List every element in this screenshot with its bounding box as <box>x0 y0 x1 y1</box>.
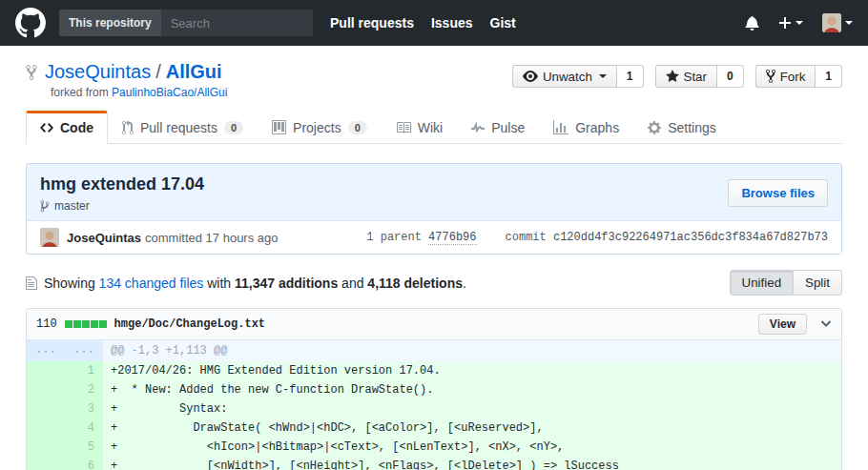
git-branch-icon <box>40 199 50 213</box>
diff-line-row: 5+ <hIcon>|<hBitmap>|<cText>, [<nLenText… <box>27 438 841 457</box>
diff-line-row: 4+ DrawState( <hWnd>|<hDC>, [<aColor>], … <box>27 419 841 438</box>
diff-line-row: 1+2017/04/26: HMG Extended Edition versi… <box>27 361 841 380</box>
old-line-number[interactable] <box>27 438 65 457</box>
repo-name-link[interactable]: AllGui <box>166 61 222 83</box>
repo-forked-icon <box>766 69 775 84</box>
forked-from-link[interactable]: PaulinhoBiaCao/AllGui <box>112 86 227 99</box>
commit-banner: hmg extended 17.04 master Browse files <box>27 164 841 220</box>
code-icon <box>40 120 53 135</box>
old-line-number[interactable] <box>27 457 65 470</box>
plus-icon <box>778 15 792 31</box>
repo-owner-link[interactable]: JoseQuintas <box>45 61 151 83</box>
watchers-count[interactable]: 1 <box>617 65 644 88</box>
new-line-number[interactable]: 2 <box>65 380 103 399</box>
forked-from-label: forked from <box>51 86 109 99</box>
nav-pull-requests[interactable]: Pull requests <box>330 15 414 31</box>
diffstat-block <box>82 320 90 328</box>
diff-table: ......@@ -1,3 +1,113 @@1+2017/04/26: HMG… <box>27 340 841 470</box>
new-line-number[interactable]: 1 <box>65 361 103 380</box>
tab-code[interactable]: Code <box>26 111 108 144</box>
changes-count: 110 <box>36 317 57 331</box>
deletions-count: 4,118 deletions <box>367 276 463 291</box>
parent-info: 1 parent 4776b96 <box>366 231 476 244</box>
committed-text: committed 17 hours ago <box>145 231 278 245</box>
notifications-button[interactable] <box>745 15 759 31</box>
stargazers-count[interactable]: 0 <box>717 65 744 88</box>
new-line-number[interactable]: 3 <box>65 399 103 419</box>
header-right <box>745 13 853 32</box>
tab-counter: 0 <box>348 121 367 134</box>
diffstat <box>65 320 107 328</box>
gear-icon <box>648 120 661 135</box>
forked-from: forked from PaulinhoBiaCao/AllGui <box>51 86 227 99</box>
search-input[interactable] <box>161 10 313 36</box>
old-line-number[interactable] <box>27 361 65 380</box>
fork-label: Fork <box>780 70 806 84</box>
commit-author-link[interactable]: JoseQuintas <box>67 231 141 245</box>
user-avatar <box>822 13 841 32</box>
diff-view-toggle: Unified Split <box>730 270 842 296</box>
commit-info: commit c120dd4f3c92264971ac356dc3f834a67… <box>506 231 828 244</box>
parent-sha-link[interactable]: 4776b96 <box>428 231 476 245</box>
old-line-number[interactable] <box>27 380 65 399</box>
octocat-icon <box>15 8 46 38</box>
user-menu-button[interactable] <box>822 13 853 32</box>
view-file-button[interactable]: View <box>758 314 807 335</box>
tab-wiki[interactable]: Wiki <box>382 111 457 144</box>
bell-icon <box>745 15 759 31</box>
tab-settings[interactable]: Settings <box>633 111 731 144</box>
repo-slash: / <box>155 61 161 83</box>
diff-line-text: +2017/04/26: HMG Extended Edition versio… <box>103 361 841 380</box>
repo-tab-bar: Code Pull requests 0 Projects 0 <box>26 111 842 144</box>
branch-name: master <box>54 199 90 213</box>
diff-line-row: 6+ [<nWidth>], [<nHeight>], <nFlags>, [<… <box>27 457 841 470</box>
unwatch-label: Unwatch <box>543 70 592 84</box>
diffstat-block <box>65 320 72 328</box>
nav-issues[interactable]: Issues <box>431 15 473 31</box>
git-pull-request-icon <box>122 120 134 135</box>
diff-line-text: + [<nWidth>], [<nHeight>], <nFlags>, [<l… <box>103 457 841 470</box>
graph-icon <box>553 120 568 135</box>
repo-head: JoseQuintas / AllGui forked from Paulinh… <box>0 46 868 144</box>
tab-graphs[interactable]: Graphs <box>539 111 633 144</box>
tab-pulse[interactable]: Pulse <box>457 111 539 144</box>
repo-forked-icon <box>26 64 37 81</box>
hunk-header-text: @@ -1,3 +1,113 @@ <box>103 340 841 361</box>
project-icon <box>272 120 286 135</box>
new-line-number: ... <box>65 340 103 361</box>
commit-meta: JoseQuintas committed 17 hours ago 1 par… <box>27 220 841 254</box>
chevron-down-icon[interactable] <box>820 320 832 328</box>
new-line-number[interactable]: 5 <box>65 438 103 457</box>
tab-pull-requests[interactable]: Pull requests 0 <box>108 111 258 144</box>
changed-files-link[interactable]: 134 changed files <box>99 276 204 291</box>
tab-projects[interactable]: Projects 0 <box>258 111 382 144</box>
commit-author-avatar <box>40 228 59 247</box>
fork-button[interactable]: Fork <box>755 65 816 88</box>
split-toggle-button[interactable]: Split <box>794 270 842 296</box>
new-line-number[interactable]: 4 <box>65 419 103 438</box>
browse-files-button[interactable]: Browse files <box>728 179 828 207</box>
old-line-number[interactable] <box>27 399 65 419</box>
old-line-number[interactable] <box>27 419 65 438</box>
repo-actions: Unwatch 1 Star 0 <box>512 65 842 88</box>
commit-sha-block: 1 parent 4776b96 commit c120dd4f3c922649… <box>366 231 828 244</box>
github-logo[interactable] <box>15 8 46 38</box>
diff-toc-row: Showing 134 changed files with 11,347 ad… <box>26 270 842 296</box>
diff-line-text: + Syntax: <box>103 399 841 419</box>
diff-line-row: 2+ * New: Added the new C-function DrawS… <box>27 380 841 399</box>
create-new-button[interactable] <box>778 15 803 31</box>
nav-gist[interactable]: Gist <box>490 15 516 31</box>
forks-count[interactable]: 1 <box>816 65 842 88</box>
main-content: hmg extended 17.04 master Browse files J… <box>26 144 842 470</box>
tab-label: Projects <box>293 120 341 135</box>
new-line-number[interactable]: 6 <box>65 457 103 470</box>
diffstat-block <box>91 320 98 328</box>
unwatch-button[interactable]: Unwatch <box>512 65 617 88</box>
star-button[interactable]: Star <box>655 65 717 88</box>
diff-hunk-row: ......@@ -1,3 +1,113 @@ <box>27 340 841 361</box>
additions-count: 11,347 additions <box>235 276 338 291</box>
search-box: This repository <box>59 10 313 36</box>
toc-summary: Showing 134 changed files with 11,347 ad… <box>44 276 466 291</box>
unified-toggle-button[interactable]: Unified <box>730 270 795 296</box>
commit-box: hmg extended 17.04 master Browse files J… <box>26 163 842 255</box>
